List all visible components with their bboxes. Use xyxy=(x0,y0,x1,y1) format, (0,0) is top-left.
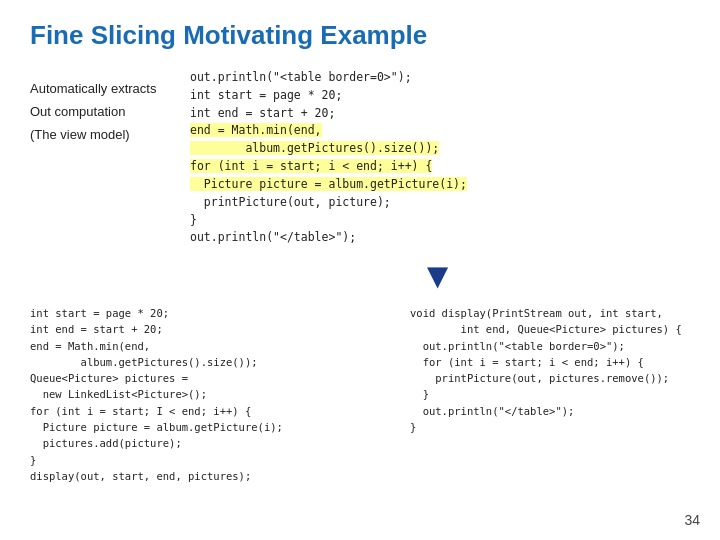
page-number: 34 xyxy=(684,512,700,528)
bottom-right-code: void display(PrintStream out, int start,… xyxy=(410,305,690,484)
left-label: Automatically extracts Out computation (… xyxy=(30,69,185,247)
top-content-area: Automatically extracts Out computation (… xyxy=(30,69,690,247)
slide-title: Fine Slicing Motivating Example xyxy=(30,20,690,51)
bottom-right-pre: void display(PrintStream out, int start,… xyxy=(410,305,690,435)
down-arrow-icon: ▼ xyxy=(420,255,456,297)
label-line3: (The view model) xyxy=(30,125,185,146)
label-line2: Out computation xyxy=(30,102,185,123)
bottom-section: int start = page * 20; int end = start +… xyxy=(30,305,690,484)
bottom-left-pre: int start = page * 20; int end = start +… xyxy=(30,305,390,484)
label-line1: Automatically extracts xyxy=(30,79,185,100)
slide: Fine Slicing Motivating Example Automati… xyxy=(0,0,720,540)
bottom-left-code: int start = page * 20; int end = start +… xyxy=(30,305,390,484)
arrow-area: ▼ xyxy=(185,255,690,297)
top-code-block: out.println("<table border=0>"); int sta… xyxy=(185,69,690,247)
top-code-pre: out.println("<table border=0>"); int sta… xyxy=(190,69,690,247)
